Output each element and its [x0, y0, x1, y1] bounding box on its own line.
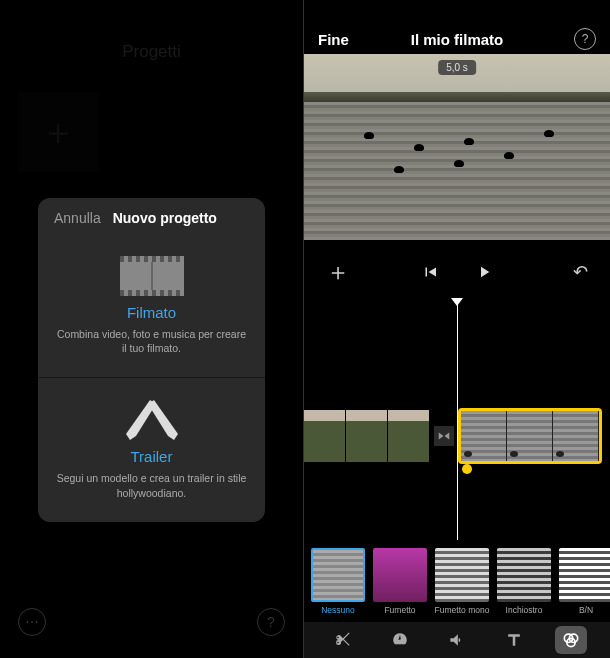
- editor-screen: Fine Il mio filmato ? 5,0 s ＋ ↶: [304, 0, 610, 658]
- clip-duration-badge: 5,0 s: [438, 60, 476, 75]
- filter-nessuno[interactable]: Nessuno: [310, 548, 366, 620]
- playhead[interactable]: [457, 300, 458, 540]
- option-filmato[interactable]: Filmato Combina video, foto e musica per…: [38, 238, 265, 377]
- modal-title: Nuovo progetto: [113, 210, 217, 226]
- filter-label: Nessuno: [321, 605, 355, 615]
- preview-water: [304, 102, 610, 240]
- video-preview[interactable]: [304, 54, 610, 240]
- clip-audio-indicator: [462, 464, 472, 474]
- option-trailer-desc: Segui un modello e crea un trailer in st…: [56, 471, 247, 499]
- tool-scissors[interactable]: [327, 626, 359, 654]
- filter-label: B/N: [579, 605, 593, 615]
- project-title: Il mio filmato: [411, 31, 504, 48]
- editor-topbar: Fine Il mio filmato ?: [304, 24, 610, 54]
- filter-strip[interactable]: NessunoFumettoFumetto monoInchiostroB/N: [304, 548, 610, 620]
- more-button[interactable]: ⋯: [18, 608, 46, 636]
- add-media-button[interactable]: ＋: [326, 256, 350, 288]
- help-button[interactable]: ?: [257, 608, 285, 636]
- filter-thumb-icon: [435, 548, 489, 602]
- filter-inchiostro[interactable]: Inchiostro: [496, 548, 552, 620]
- spotlights-icon: [122, 396, 182, 442]
- filter-label: Fumetto: [384, 605, 415, 615]
- option-filmato-title: Filmato: [56, 304, 247, 321]
- playhead-marker-icon: [451, 298, 463, 306]
- preview-treeline: [304, 92, 610, 102]
- undo-button[interactable]: ↶: [573, 261, 588, 283]
- filter-label: Fumetto mono: [435, 605, 490, 615]
- svg-marker-1: [148, 400, 178, 440]
- done-button[interactable]: Fine: [318, 31, 349, 48]
- editor-toolbar: [304, 622, 610, 658]
- tool-speed[interactable]: [384, 626, 416, 654]
- modal-header: Annulla Nuovo progetto: [38, 198, 265, 238]
- timeline[interactable]: [304, 300, 610, 540]
- option-trailer[interactable]: Trailer Segui un modello e crea un trail…: [38, 378, 265, 521]
- filter-fumetto[interactable]: Fumetto: [372, 548, 428, 620]
- new-project-modal: Annulla Nuovo progetto Filmato Combina v…: [38, 198, 265, 522]
- option-filmato-desc: Combina video, foto e musica per creare …: [56, 327, 247, 355]
- clip-1[interactable]: [304, 410, 430, 462]
- filter-b/n[interactable]: B/N: [558, 548, 610, 620]
- editor-help-button[interactable]: ?: [574, 28, 596, 50]
- filter-thumb-icon: [497, 548, 551, 602]
- filter-thumb-icon: [373, 548, 427, 602]
- filter-thumb-icon: [559, 548, 610, 602]
- filter-label: Inchiostro: [506, 605, 543, 615]
- projects-screen: Progetti ＋ Annulla Nuovo progetto Filmat…: [0, 0, 304, 658]
- filter-fumetto-mono[interactable]: Fumetto mono: [434, 548, 490, 620]
- play-button[interactable]: [475, 263, 493, 281]
- cancel-button[interactable]: Annulla: [54, 210, 101, 226]
- filmstrip-icon: [120, 256, 184, 296]
- transition-button[interactable]: [434, 426, 454, 446]
- option-trailer-title: Trailer: [56, 448, 247, 465]
- tool-text[interactable]: [498, 626, 530, 654]
- transport-bar: ＋ ↶: [304, 252, 610, 292]
- clip-2-selected[interactable]: [458, 408, 602, 464]
- filter-thumb-icon: [311, 548, 365, 602]
- tool-volume[interactable]: [441, 626, 473, 654]
- tool-filters[interactable]: [555, 626, 587, 654]
- skip-start-button[interactable]: [421, 263, 439, 281]
